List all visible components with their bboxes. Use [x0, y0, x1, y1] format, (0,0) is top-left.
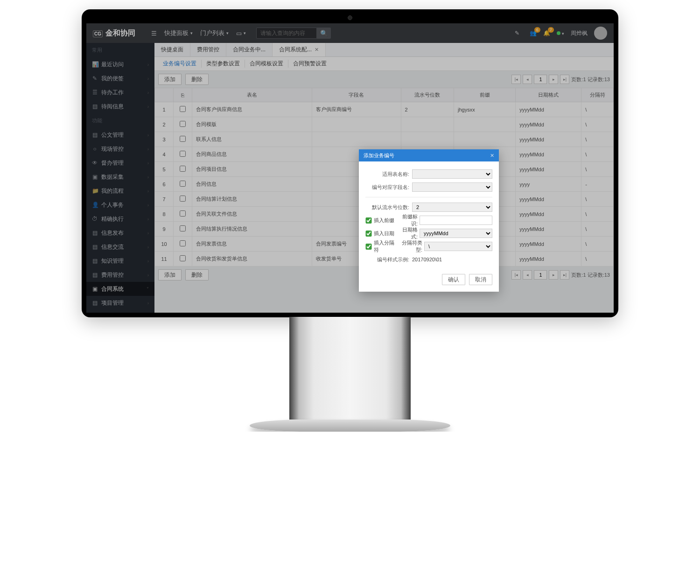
sidebar-icon: ☰	[92, 89, 98, 96]
tab-label: 合同业务中...	[233, 46, 266, 54]
row-checkbox[interactable]	[180, 121, 186, 127]
sidebar-item-公文管理[interactable]: ▤公文管理›	[86, 128, 154, 142]
tab-费用管控[interactable]: 费用管控	[190, 43, 226, 56]
insert-separator-checkbox[interactable]	[365, 244, 372, 250]
sidebar-item-项目管理[interactable]: ▤项目管理›	[86, 296, 154, 310]
portal-list-menu[interactable]: 门户列表▾	[200, 29, 229, 37]
cell-name: 合同商品信息	[192, 147, 312, 162]
row-number: 2	[155, 117, 174, 132]
sidebar-item-最近访问[interactable]: 📊最近访问›	[86, 57, 154, 71]
tab-合同业务中...[interactable]: 合同业务中...	[226, 43, 273, 56]
delete-button-bottom[interactable]: 删除	[185, 269, 209, 280]
sidebar-item-我的流程[interactable]: 📁我的流程›	[86, 184, 154, 198]
cell-separator: \	[581, 162, 614, 177]
sidebar-icon: ▤	[92, 272, 98, 278]
sidebar-item-待阅信息[interactable]: ▤待阅信息›	[86, 99, 154, 113]
row-checkbox[interactable]	[180, 196, 186, 202]
dialog-cancel-button[interactable]: 取消	[469, 274, 492, 285]
tab-快捷桌面[interactable]: 快捷桌面	[154, 43, 190, 56]
table-name-select[interactable]	[412, 169, 492, 179]
subtab-类型参数设置[interactable]: 类型参数设置	[202, 60, 245, 68]
cell-format: yyyyMMdd	[516, 117, 581, 132]
sidebar-item-督办管理[interactable]: 👁督办管理›	[86, 156, 154, 170]
insert-date-cb-label: 插入日期	[374, 230, 396, 237]
row-checkbox[interactable]	[180, 240, 186, 246]
digits-select[interactable]: 2	[412, 203, 492, 212]
col-分隔符: 分隔符	[581, 88, 614, 102]
cell-separator: \	[581, 117, 614, 132]
sidebar-icon: ▤	[92, 258, 98, 264]
row-number: 10	[155, 237, 174, 252]
search-input[interactable]	[256, 28, 317, 39]
search-button[interactable]: 🔍	[317, 28, 331, 39]
sidebar-item-合同系统[interactable]: ▣合同系统˅	[86, 282, 154, 296]
dialog-close-icon[interactable]: ✕	[490, 153, 494, 159]
close-icon[interactable]: ✕	[315, 47, 319, 53]
username-label[interactable]: 周烨枫	[571, 29, 588, 37]
insert-date-checkbox[interactable]	[365, 231, 372, 237]
add-button[interactable]: 添加	[158, 74, 182, 85]
page-next[interactable]: ▸	[549, 75, 558, 84]
sidebar-item-数据采集[interactable]: ▣数据采集›	[86, 170, 154, 184]
sidebar-item-个人事务[interactable]: 👤个人事务›	[86, 198, 154, 212]
sidebar-item-信息发布[interactable]: ▤信息发布›	[86, 226, 154, 240]
date-format-select[interactable]: yyyyMMdd	[420, 229, 492, 238]
avatar[interactable]	[594, 27, 607, 40]
subtab-合同模板设置[interactable]: 合同模板设置	[245, 60, 288, 68]
sidebar-item-精确执行[interactable]: ⏱精确执行›	[86, 212, 154, 226]
sidebar-item-费用管控[interactable]: ▤费用管控›	[86, 268, 154, 282]
subtab-业务编号设置[interactable]: 业务编号设置	[158, 60, 202, 68]
cell-prefix	[454, 117, 515, 132]
contacts-icon[interactable]: 👥6	[530, 30, 537, 36]
add-button-bottom[interactable]: 添加	[158, 269, 182, 280]
page-last[interactable]: ▸|	[560, 75, 569, 84]
page-first[interactable]: |◂	[511, 75, 521, 84]
cell-separator: \	[581, 237, 614, 252]
quick-panel-menu[interactable]: 快捷面板▾	[164, 29, 193, 37]
page-input[interactable]	[534, 75, 547, 84]
sidebar-item-知识管理[interactable]: ▤知识管理›	[86, 254, 154, 268]
tab-合同系统配...[interactable]: 合同系统配...✕	[273, 43, 326, 56]
sidebar-icon: ▣	[92, 286, 98, 292]
sidebar-item-待办工作[interactable]: ☰待办工作›	[86, 85, 154, 99]
dialog-ok-button[interactable]: 确认	[442, 274, 465, 285]
sidebar-item-label: 待办工作	[101, 89, 124, 97]
row-number: 7	[155, 192, 174, 207]
insert-prefix-checkbox[interactable]	[365, 217, 372, 224]
page-next-b[interactable]: ▸	[549, 270, 558, 280]
row-checkbox[interactable]	[180, 181, 186, 187]
page-last-b[interactable]: ▸|	[560, 270, 569, 280]
row-checkbox[interactable]	[180, 151, 186, 157]
cell-format: yyyyMMdd	[516, 147, 581, 162]
dialog-titlebar: 添加业务编号 ✕	[359, 149, 499, 161]
sidebar-item-label: 我的流程	[101, 187, 124, 195]
field-name-select[interactable]	[412, 182, 492, 192]
display-menu[interactable]: ▭▾	[236, 30, 246, 37]
pagination-bottom: |◂ ◂ ▸ ▸| 页数:1 记录数:13	[511, 270, 610, 280]
menu-toggle-icon[interactable]: ☰	[151, 30, 157, 37]
page-input-b[interactable]	[534, 270, 547, 280]
sidebar-icon: ○	[92, 146, 98, 152]
notifications-icon[interactable]: 🔔7	[543, 30, 550, 36]
row-checkbox[interactable]	[180, 166, 186, 172]
sidebar-item-现场管控[interactable]: ○现场管控›	[86, 142, 154, 156]
row-checkbox[interactable]	[180, 210, 186, 217]
separator-select[interactable]: \	[424, 242, 492, 251]
row-checkbox[interactable]	[180, 255, 186, 261]
page-prev[interactable]: ◂	[523, 75, 532, 84]
cell-name: 合同收货和发货单信息	[192, 252, 312, 266]
page-prev-b[interactable]: ◂	[523, 270, 532, 280]
table-row: 3 联系人信息 yyyyMMdd \	[155, 132, 614, 147]
sidebar-item-我的便签[interactable]: ✎我的便签›	[86, 71, 154, 85]
edit-icon[interactable]: ✎	[515, 30, 519, 36]
col-表名: 表名	[192, 88, 312, 102]
row-checkbox[interactable]	[180, 106, 186, 112]
prefix-input[interactable]	[420, 216, 492, 225]
sidebar-item-信息交流[interactable]: ▤信息交流›	[86, 240, 154, 254]
row-checkbox[interactable]	[180, 225, 186, 231]
row-checkbox[interactable]	[180, 136, 186, 142]
status-indicator[interactable]: ▾	[557, 30, 564, 36]
page-first-b[interactable]: |◂	[511, 270, 521, 280]
subtab-合同预警设置[interactable]: 合同预警设置	[288, 60, 331, 68]
delete-button[interactable]: 删除	[185, 74, 209, 85]
